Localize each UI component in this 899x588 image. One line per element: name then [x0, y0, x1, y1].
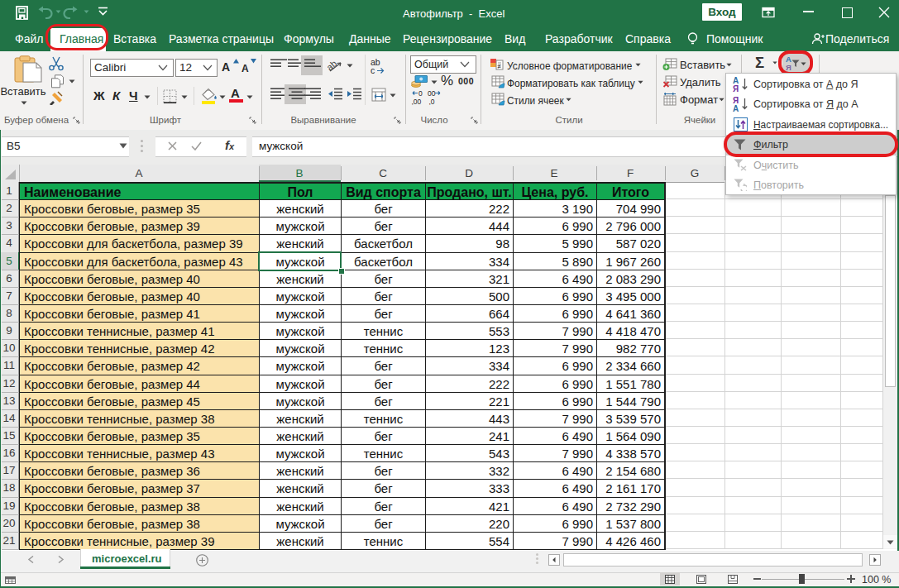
svg-text:≠: ≠	[498, 64, 501, 69]
svg-text:c: c	[371, 65, 375, 75]
svg-text:,00: ,00	[412, 98, 422, 106]
svg-text:,0: ,0	[429, 98, 435, 106]
